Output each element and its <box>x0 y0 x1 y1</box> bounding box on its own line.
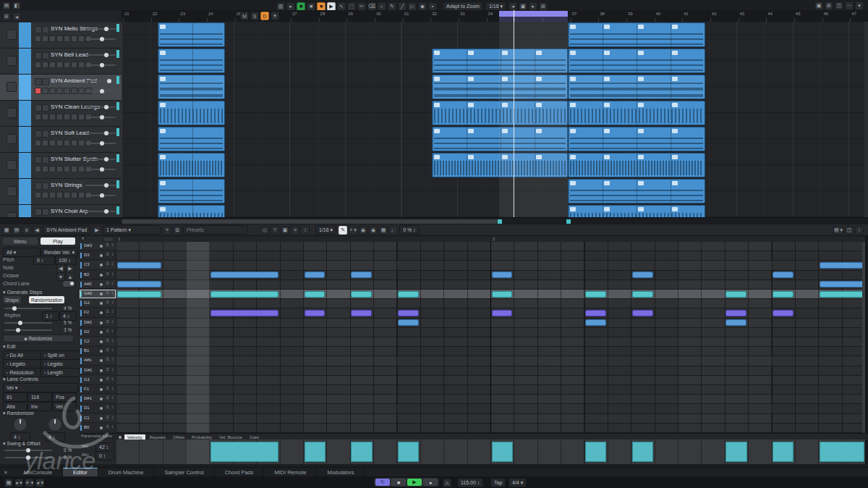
pattern-note-blue[interactable] <box>305 272 326 278</box>
lane-drag-icon[interactable]: ↕ <box>111 319 114 324</box>
lane-menu-icon[interactable]: ≡ <box>106 290 109 295</box>
transport-option-icon[interactable]: ● ▾ <box>35 479 44 487</box>
pattern-note-teal[interactable] <box>117 291 161 298</box>
editor-quantize-select[interactable]: 1/16 ▾ <box>315 225 336 235</box>
stop-button[interactable]: ■ <box>391 479 406 486</box>
midi-clip[interactable] <box>158 22 225 47</box>
cycle-button[interactable]: ↻ <box>375 479 390 486</box>
midi-clip[interactable] <box>568 205 705 217</box>
timeline-ruler[interactable]: 2122232425262728293031323334353637383940… <box>122 10 868 22</box>
pan-slider-handle[interactable] <box>100 37 104 41</box>
pattern-grid[interactable] <box>116 242 865 433</box>
write-icon[interactable] <box>78 62 85 68</box>
velocity-bar[interactable] <box>585 442 606 462</box>
param-stepper[interactable]: 1 ↕ <box>42 311 59 321</box>
lane-menu-icon[interactable]: ≡ <box>106 424 109 429</box>
volume-slider[interactable] <box>85 80 116 82</box>
read-icon[interactable] <box>71 114 77 120</box>
pattern-note-blue[interactable] <box>585 319 606 326</box>
lane-menu-icon[interactable]: ≡ <box>106 376 109 381</box>
lane-mute-dot[interactable] <box>100 397 103 400</box>
lane-menu-icon[interactable]: ≡ <box>106 243 109 247</box>
monitor-icon[interactable] <box>42 62 48 68</box>
lane-mute-dot[interactable] <box>100 311 103 314</box>
freeze-icon[interactable] <box>56 192 63 198</box>
editor-view-icon[interactable]: ▤ <box>12 226 21 235</box>
lane-drag-icon[interactable]: ↕ <box>111 309 114 314</box>
midi-clip[interactable] <box>158 101 225 125</box>
lane-icon[interactable] <box>64 140 70 146</box>
monitor-button[interactable]: S <box>250 12 259 20</box>
pan-slider[interactable] <box>85 143 116 144</box>
tool-icon[interactable]: ⌕ <box>378 2 386 11</box>
read-icon[interactable] <box>71 166 77 172</box>
pattern-note-blue[interactable] <box>351 272 372 278</box>
window-control-icon[interactable]: ⋯ <box>845 1 854 10</box>
pattern-note-purple[interactable] <box>210 310 278 316</box>
slider-handle[interactable] <box>26 455 30 460</box>
swing-slider[interactable] <box>4 457 52 458</box>
lane-mute-dot[interactable] <box>100 264 103 266</box>
metronome-icon[interactable]: ◬ <box>443 479 451 487</box>
lane-header[interactable]: B0≡↕ <box>80 424 116 432</box>
velocity-bar[interactable] <box>726 442 746 462</box>
volume-slider[interactable] <box>85 54 116 56</box>
draw-tool-button[interactable]: ✎ <box>339 226 347 235</box>
lane-mute-dot[interactable] <box>100 283 103 286</box>
tool-icon[interactable]: ▶ <box>327 2 336 11</box>
fill-slider[interactable] <box>4 308 52 309</box>
tool-icon[interactable]: ⌫ <box>367 2 376 11</box>
generate-mode-randomization[interactable]: Randomization <box>29 296 64 303</box>
lane-menu-icon[interactable]: ≡ <box>106 386 109 390</box>
slider-handle[interactable] <box>18 321 22 325</box>
solo-button[interactable] <box>42 26 49 33</box>
solo-button[interactable] <box>42 156 49 164</box>
record-arm-icon[interactable] <box>35 140 41 146</box>
lane-menu-icon[interactable]: ≡ <box>106 272 109 276</box>
edit-channel-icon[interactable] <box>49 35 56 42</box>
lane-menu-icon[interactable]: ≡ <box>106 395 109 400</box>
hscroll-thumb[interactable] <box>122 219 499 224</box>
pan-slider[interactable] <box>85 117 116 118</box>
write-icon[interactable] <box>78 35 85 42</box>
track-header[interactable]: SYN Choir Arp <box>0 205 122 217</box>
lane-header[interactable]: D3≡↕ <box>80 251 116 260</box>
tool-icon[interactable]: ▸ <box>286 2 295 11</box>
lane-header[interactable]: C3≡↕ <box>80 261 116 269</box>
pattern-note-teal[interactable] <box>773 291 793 298</box>
record-button[interactable]: ● <box>423 479 438 486</box>
volume-slider[interactable] <box>85 132 116 134</box>
inspector-tab-play[interactable]: Play <box>41 237 75 245</box>
midi-clip[interactable] <box>568 75 705 99</box>
lane-drag-icon[interactable]: ↕ <box>111 357 114 361</box>
velocity-bar[interactable] <box>492 442 513 462</box>
lane-drag-icon[interactable]: ↕ <box>111 252 114 256</box>
pan-slider[interactable] <box>85 91 116 92</box>
lane-drag-icon[interactable]: ↕ <box>111 395 114 400</box>
tempo-display[interactable]: 115.00 ↕ <box>457 478 483 487</box>
lane-control-value[interactable]: Pos <box>52 392 77 402</box>
transport-option-icon[interactable]: ✛ ▾ <box>25 479 34 487</box>
pattern-note-teal[interactable] <box>632 291 653 298</box>
velocity-lane[interactable] <box>116 439 865 464</box>
lane-menu-icon[interactable]: ≡ <box>106 300 109 304</box>
volume-slider[interactable] <box>85 106 116 108</box>
window-control-icon[interactable]: ◫ <box>835 1 843 10</box>
mute-button[interactable] <box>35 130 42 138</box>
solo-button[interactable] <box>42 78 49 85</box>
record-arm-icon[interactable] <box>35 88 41 94</box>
solo-button[interactable] <box>42 104 49 112</box>
edit-channel-icon[interactable] <box>49 140 56 146</box>
pattern-action-icon[interactable]: + <box>163 226 171 235</box>
record-arm-icon[interactable] <box>35 166 41 172</box>
track-header[interactable]: SYN Clean Lounge <box>0 101 122 127</box>
lane-icon[interactable] <box>64 114 70 120</box>
mute-button[interactable] <box>35 156 42 164</box>
pattern-note-purple[interactable] <box>632 310 653 316</box>
lane-header[interactable]: C2≡↕ <box>80 337 116 346</box>
write-icon[interactable] <box>78 88 85 94</box>
read-icon[interactable] <box>71 192 77 198</box>
view-icon[interactable]: ◄ <box>12 12 21 21</box>
lane-control-value[interactable]: 116 <box>27 392 52 402</box>
tap-tempo-button[interactable]: Tap <box>490 478 506 487</box>
